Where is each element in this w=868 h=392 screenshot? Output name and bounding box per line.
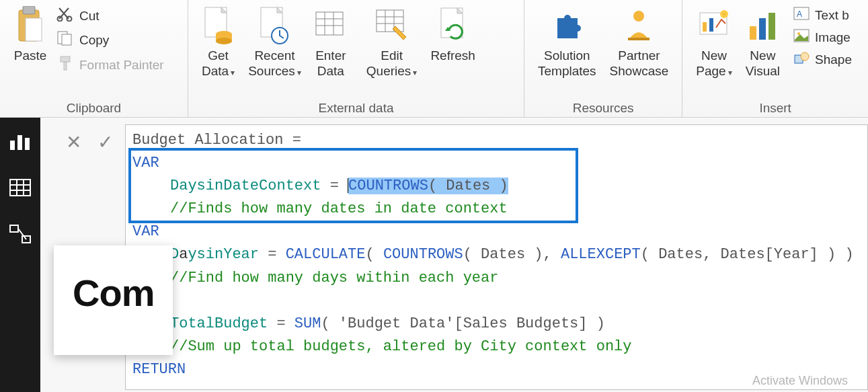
var-name: TotalBudget <box>170 315 268 332</box>
data-view-button[interactable] <box>9 178 32 197</box>
commit-formula-button[interactable]: ✓ <box>97 131 113 153</box>
image-label: Image <box>815 30 851 45</box>
svg-point-4 <box>67 17 72 22</box>
edit-queries-icon <box>375 4 409 47</box>
shapes-icon <box>793 51 810 68</box>
model-view-button[interactable] <box>9 224 32 244</box>
recent-sources-icon <box>258 4 290 47</box>
solution-templates-label: Solution Templates <box>538 48 596 79</box>
recent-sources-label: Recent Sources▾ <box>248 48 301 79</box>
svg-rect-1 <box>23 6 35 14</box>
svg-rect-27 <box>628 38 649 40</box>
cut-button[interactable]: Cut <box>54 5 167 26</box>
refresh-icon <box>437 4 469 47</box>
var-name: DaysinDateContext <box>170 178 321 194</box>
report-page-card: Com <box>54 245 173 355</box>
svg-rect-32 <box>750 26 756 40</box>
format-painter-label: Format Painter <box>79 58 164 73</box>
group-label-external: External data <box>195 98 517 116</box>
new-visual-button[interactable]: New Visual <box>739 3 787 81</box>
svg-rect-44 <box>10 180 30 196</box>
comment: //Sum up total budgets, altered by City … <box>170 338 632 355</box>
refresh-button[interactable]: Refresh <box>424 3 482 65</box>
copy-button[interactable]: Copy <box>54 29 167 51</box>
new-page-label: New Page▾ <box>696 48 732 79</box>
text-box-label: Text b <box>815 8 849 23</box>
svg-rect-2 <box>26 18 42 41</box>
report-view-button[interactable] <box>9 131 32 151</box>
formula-bar[interactable]: Budget Allocation = VAR DaysinDateContex… <box>125 124 868 390</box>
cut-label: Cut <box>79 9 100 24</box>
svg-rect-15 <box>316 12 343 35</box>
ribbon-group-external-data: Get Data▾ Recent Sources▾ Enter Data Edi… <box>188 0 524 117</box>
partner-showcase-button[interactable]: Partner Showcase <box>603 3 676 81</box>
formula-bar-wrap: ✕ ✓ Budget Allocation = VAR DaysinDateCo… <box>54 124 868 390</box>
recent-sources-button[interactable]: Recent Sources▾ <box>241 3 308 81</box>
svg-rect-43 <box>25 138 30 150</box>
svg-rect-41 <box>10 141 15 150</box>
cut-icon <box>56 7 74 25</box>
new-page-button[interactable]: New Page▾ <box>689 3 738 81</box>
new-page-icon <box>697 4 731 47</box>
text-box-button[interactable]: A Text b <box>791 5 855 25</box>
svg-rect-30 <box>709 18 713 32</box>
svg-rect-20 <box>377 10 403 32</box>
ribbon-group-resources: Solution Templates Partner Showcase Reso… <box>524 0 682 117</box>
ribbon-group-insert: New Page▾ New Visual A Text b Image Shap… <box>682 0 868 117</box>
copy-icon <box>56 30 74 50</box>
solution-templates-button[interactable]: Solution Templates <box>531 3 603 81</box>
comment: //Find how many days within each year <box>170 270 498 286</box>
svg-rect-34 <box>768 13 775 40</box>
svg-rect-33 <box>759 18 766 40</box>
svg-rect-8 <box>64 62 67 70</box>
activate-windows-watermark: Activate Windows <box>752 374 848 388</box>
svg-point-12 <box>216 38 232 44</box>
svg-point-40 <box>801 52 809 61</box>
format-painter-button[interactable]: Format Painter <box>54 54 167 76</box>
view-switcher <box>0 118 40 392</box>
paste-label: Paste <box>14 48 47 64</box>
svg-rect-29 <box>703 22 707 32</box>
svg-point-38 <box>797 32 800 35</box>
paste-button[interactable]: Paste <box>7 3 54 65</box>
get-data-icon <box>202 4 235 47</box>
refresh-label: Refresh <box>430 48 475 64</box>
keyword-return: RETURN <box>132 361 186 378</box>
image-button[interactable]: Image <box>791 28 855 47</box>
keyword-var: VAR <box>132 223 159 240</box>
text-cursor-icon: a <box>179 246 188 263</box>
paste-icon <box>13 4 47 47</box>
formula-measure-name: Budget Allocation = <box>132 132 301 149</box>
comment: //Finds how many dates in date context <box>170 200 508 217</box>
ribbon-group-clipboard: Paste Cut Copy Format Painter Clipboard <box>0 0 188 117</box>
shapes-label: Shape <box>815 52 852 67</box>
get-data-label: Get Data▾ <box>202 48 235 79</box>
enter-data-icon <box>315 4 347 47</box>
workspace: ✕ ✓ Budget Allocation = VAR DaysinDateCo… <box>0 118 868 392</box>
svg-rect-42 <box>17 135 22 150</box>
person-icon <box>624 4 654 47</box>
copy-label: Copy <box>79 33 109 48</box>
edit-queries-button[interactable]: Edit Queries▾ <box>360 3 424 81</box>
svg-rect-6 <box>62 34 71 45</box>
new-visual-icon <box>747 4 778 47</box>
svg-text:A: A <box>797 9 802 19</box>
enter-data-button[interactable]: Enter Data <box>308 3 354 81</box>
keyword-var: VAR <box>132 155 159 171</box>
partner-showcase-label: Partner Showcase <box>610 48 669 79</box>
group-label-resources: Resources <box>531 98 675 116</box>
cancel-formula-button[interactable]: ✕ <box>66 131 81 153</box>
shapes-button[interactable]: Shape <box>791 50 855 69</box>
brush-icon <box>56 55 74 75</box>
new-visual-label: New Visual <box>746 48 780 79</box>
canvas-area: ✕ ✓ Budget Allocation = VAR DaysinDateCo… <box>40 118 868 392</box>
report-title: Com <box>73 271 154 315</box>
puzzle-icon <box>551 4 583 47</box>
edit-queries-label: Edit Queries▾ <box>366 48 418 79</box>
group-label-clipboard: Clipboard <box>7 98 181 116</box>
image-icon <box>793 29 810 46</box>
enter-data-label: Enter Data <box>315 48 346 79</box>
get-data-button[interactable]: Get Data▾ <box>195 3 241 81</box>
ribbon: Paste Cut Copy Format Painter Clipboard <box>0 0 868 118</box>
svg-rect-49 <box>10 225 18 232</box>
